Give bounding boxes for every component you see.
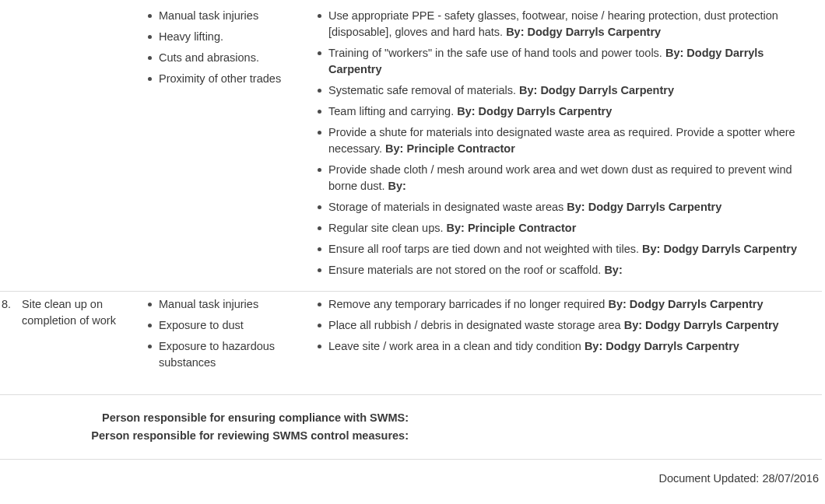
control-item: Provide a shute for materials into desig… xyxy=(328,124,819,157)
task-row-8: 8. Site clean up on completion of work M… xyxy=(0,292,822,383)
control-by: By: Principle Contractor xyxy=(447,222,577,234)
control-item: Regular site clean ups. By: Principle Co… xyxy=(328,220,819,236)
control-item: Training of "workers" in the safe use of… xyxy=(328,45,819,78)
hazard-item: Exposure to dust xyxy=(159,317,308,334)
compliance-label-2: Person responsible for reviewing SWMS co… xyxy=(0,428,409,444)
control-text: Team lifting and carrying. xyxy=(328,105,457,117)
control-item: Place all rubbish / debris in designated… xyxy=(328,317,819,334)
hazards-list: Manual task injuries Exposure to dust Ex… xyxy=(145,296,314,376)
control-by: By: Principle Contractor xyxy=(385,142,515,155)
control-text: Leave site / work area in a clean and ti… xyxy=(328,340,585,352)
swms-document: Manual task injuries Heavy lifting. Cuts… xyxy=(0,0,825,493)
control-text: Systematic safe removal of materials. xyxy=(328,84,519,96)
hazard-item: Heavy lifting. xyxy=(159,29,308,45)
control-text: Place all rubbish / debris in designated… xyxy=(328,319,624,331)
compliance-line-1: Person responsible for ensuring complian… xyxy=(0,410,822,426)
control-text: Regular site clean ups. xyxy=(328,222,447,234)
control-by: By: Dodgy Darryls Carpentry xyxy=(457,105,612,117)
control-by: By: Dodgy Darryls Carpentry xyxy=(624,319,779,331)
control-by: By: Dodgy Darryls Carpentry xyxy=(585,340,739,352)
control-item: Systematic safe removal of materials. By… xyxy=(328,82,819,99)
hazard-item: Manual task injuries xyxy=(159,8,308,24)
control-item: Ensure all roof tarps are tied down and … xyxy=(328,241,819,257)
compliance-section: Person responsible for ensuring complian… xyxy=(0,394,822,460)
control-item: Provide shade cloth / mesh around work a… xyxy=(328,162,819,194)
control-by: By: xyxy=(388,180,406,192)
hazard-item: Exposure to hazardous substances xyxy=(159,338,308,371)
control-text: Remove any temporary barricades if no lo… xyxy=(328,298,608,310)
control-by: By: Dodgy Darryls Carpentry xyxy=(567,201,721,213)
hazard-item: Proximity of other trades xyxy=(159,71,308,87)
control-text: Training of "workers" in the safe use of… xyxy=(328,47,665,59)
control-item: Leave site / work area in a clean and ti… xyxy=(328,338,819,355)
document-updated: Document Updated: 28/07/2016 xyxy=(0,460,822,487)
control-by: By: xyxy=(604,264,622,276)
control-item: Ensure materials are not stored on the r… xyxy=(328,262,819,278)
row-number: 8. xyxy=(0,296,22,313)
compliance-label-1: Person responsible for ensuring complian… xyxy=(0,410,409,426)
control-by: By: Dodgy Darryls Carpentry xyxy=(506,26,661,38)
control-item: Storage of materials in designated waste… xyxy=(328,199,819,215)
control-by: By: Dodgy Darryls Carpentry xyxy=(519,84,674,96)
compliance-line-2: Person responsible for reviewing SWMS co… xyxy=(0,428,822,444)
task-row-continuation: Manual task injuries Heavy lifting. Cuts… xyxy=(0,3,822,292)
control-item: Use appropriate PPE - safety glasses, fo… xyxy=(328,8,819,40)
control-by: By: Dodgy Darryls Carpentry xyxy=(608,298,763,310)
control-text: Storage of materials in designated waste… xyxy=(328,201,567,213)
hazards-list: Manual task injuries Heavy lifting. Cuts… xyxy=(145,8,314,92)
controls-list: Use appropriate PPE - safety glasses, fo… xyxy=(314,8,822,283)
control-by: By: Dodgy Darryls Carpentry xyxy=(642,243,797,255)
hazard-item: Manual task injuries xyxy=(159,296,308,313)
hazard-item: Cuts and abrasions. xyxy=(159,50,308,66)
controls-list: Remove any temporary barricades if no lo… xyxy=(314,296,822,359)
control-item: Team lifting and carrying. By: Dodgy Dar… xyxy=(328,103,819,120)
control-text: Ensure all roof tarps are tied down and … xyxy=(328,243,642,255)
control-item: Remove any temporary barricades if no lo… xyxy=(328,296,819,313)
task-description: Site clean up on completion of work xyxy=(22,296,145,329)
control-text: Ensure materials are not stored on the r… xyxy=(328,264,604,276)
